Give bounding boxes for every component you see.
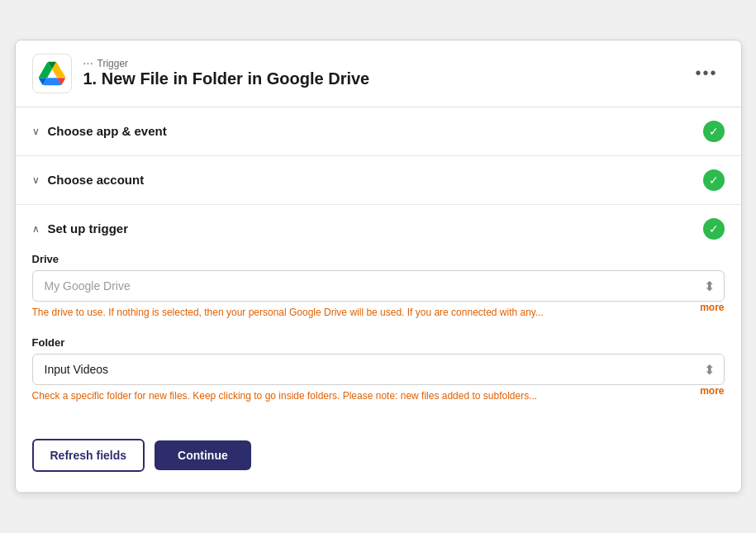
drive-hint-text: The drive to use. If nothing is selected… [32,306,544,320]
header-text: ··· Trigger 1. New File in Folder in Goo… [83,58,370,88]
check-icon: ✓ [709,125,719,138]
folder-hint-row: Check a specific folder for new files. K… [32,385,725,403]
refresh-fields-button[interactable]: Refresh fields [32,439,145,472]
section-choose-app-check: ✓ [703,121,725,142]
section-choose-account-check: ✓ [703,169,725,191]
trigger-card: ··· Trigger 1. New File in Folder in Goo… [15,40,742,494]
card-header: ··· Trigger 1. New File in Folder in Goo… [16,40,741,107]
folder-hint-more-link[interactable]: more [700,385,724,397]
section-choose-account[interactable]: ∨ Choose account ✓ [16,156,741,205]
check-icon: ✓ [709,222,719,236]
more-options-button[interactable]: ••• [688,60,724,86]
section-choose-app-left: ∨ Choose app & event [32,124,167,138]
trigger-label: ··· Trigger [83,58,370,69]
chevron-down-icon: ∨ [32,174,40,186]
action-buttons: Refresh fields Continue [16,439,741,492]
chevron-up-icon: ∧ [32,223,40,235]
chevron-down-icon: ∨ [32,126,40,137]
trigger-form: Drive My Google Drive ⬍ The drive to use… [16,253,741,440]
section-set-up-trigger-label: Set up trigger [48,221,129,236]
app-icon [32,54,72,93]
section-set-up-trigger-header[interactable]: ∧ Set up trigger ✓ [16,205,741,253]
section-choose-account-label: Choose account [48,173,145,187]
section-choose-app-label: Choose app & event [48,124,167,138]
drive-hint-row: The drive to use. If nothing is selected… [32,302,725,320]
drive-hint-more-link[interactable]: more [700,302,724,313]
folder-select-wrapper: Input Videos ⬍ [32,354,725,385]
drive-select[interactable]: My Google Drive [32,270,725,302]
folder-select[interactable]: Input Videos [32,354,725,385]
drive-select-wrapper: My Google Drive ⬍ [32,270,725,302]
section-choose-app[interactable]: ∨ Choose app & event ✓ [16,107,741,156]
trigger-dots: ··· [83,58,94,69]
continue-button[interactable]: Continue [155,440,251,470]
trigger-text: Trigger [97,58,129,69]
folder-field-label: Folder [32,336,725,349]
section-set-up-trigger-left: ∧ Set up trigger [32,221,129,236]
header-left: ··· Trigger 1. New File in Folder in Goo… [32,54,370,93]
section-choose-account-left: ∨ Choose account [32,173,145,187]
section-set-up-trigger-check: ✓ [703,218,725,240]
section-set-up-trigger: ∧ Set up trigger ✓ Drive My Google Drive… [16,205,741,493]
drive-field-label: Drive [32,253,725,265]
page-title: 1. New File in Folder in Google Drive [83,69,370,88]
check-icon: ✓ [709,174,719,187]
drive-field-group: Drive My Google Drive ⬍ The drive to use… [32,253,725,320]
folder-hint-text: Check a specific folder for new files. K… [32,389,538,403]
folder-field-group: Folder Input Videos ⬍ Check a specific f… [32,336,725,403]
